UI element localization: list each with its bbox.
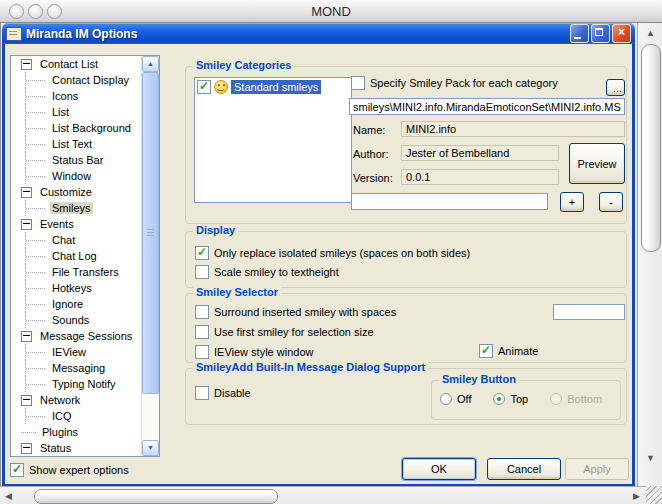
tree-item-hotkeys[interactable]: Hotkeys xyxy=(11,280,142,296)
resize-grip[interactable] xyxy=(646,486,662,504)
minimize-icon[interactable] xyxy=(570,24,589,43)
mac-horizontal-scrollbar[interactable]: ◀ ▶ xyxy=(0,486,646,504)
tree-item-label[interactable]: Sounds xyxy=(50,314,91,326)
add-category-button[interactable]: + xyxy=(560,192,584,212)
tree-scrollbar-thumb[interactable] xyxy=(142,72,159,394)
tree-item-label[interactable]: Typing Notify xyxy=(50,378,118,390)
checkbox-specify-smiley-pack-for-each-category[interactable]: Specify Smiley Pack for each category xyxy=(351,76,558,90)
scroll-up-icon[interactable]: ▲ xyxy=(142,56,159,72)
tree-item-icq[interactable]: ICQ xyxy=(11,408,142,424)
tree-item-list-background[interactable]: List Background xyxy=(11,120,142,136)
tree-item-label[interactable]: Contact List xyxy=(38,58,100,70)
tree-item-label[interactable]: Messaging xyxy=(50,362,107,374)
tree-item-label[interactable]: Smileys xyxy=(50,202,93,214)
scroll-left-icon[interactable]: ◀ xyxy=(5,491,12,501)
checkbox-box[interactable] xyxy=(195,305,209,319)
mac-close-button[interactable] xyxy=(9,4,24,19)
mac-horizontal-thumb[interactable] xyxy=(34,489,278,504)
tree-item-label[interactable]: Contact Display xyxy=(50,74,131,86)
checkbox-ieview-style-window[interactable]: IEView style window xyxy=(195,345,396,359)
remove-category-button[interactable]: - xyxy=(599,192,623,212)
mac-vertical-scrollbar[interactable]: ▲ ▼ xyxy=(637,23,662,486)
tree-item-list-text[interactable]: List Text xyxy=(11,136,142,152)
checkbox-show-expert-options[interactable]: ✓Show expert options xyxy=(10,463,129,477)
checkbox-scale-smiley-to-textheight[interactable]: Scale smiley to textheight xyxy=(195,265,470,279)
scroll-right-icon[interactable]: ▶ xyxy=(633,491,640,501)
dialog-titlebar[interactable]: Miranda IM Options × xyxy=(2,23,635,44)
radio-dot[interactable] xyxy=(493,393,505,405)
tree-item-ieview[interactable]: IEView xyxy=(11,344,142,360)
scroll-up-icon[interactable]: ▲ xyxy=(638,28,662,38)
tree-item-network[interactable]: Network xyxy=(11,392,142,408)
maximize-icon[interactable] xyxy=(591,24,610,43)
checkbox-disable[interactable]: Disable xyxy=(195,386,251,400)
checkbox-box[interactable]: ✓ xyxy=(195,246,209,260)
radio-dot[interactable] xyxy=(550,393,562,405)
tree-item-label[interactable]: Window xyxy=(50,170,93,182)
checkbox-box[interactable] xyxy=(195,265,209,279)
checkbox-box[interactable] xyxy=(195,325,209,339)
radio-top[interactable]: Top xyxy=(493,393,528,405)
tree-item-label[interactable]: List xyxy=(50,106,71,118)
tree-scrollbar[interactable]: ▲ ▼ xyxy=(141,56,159,456)
close-icon[interactable]: × xyxy=(612,24,631,43)
tree-item-label[interactable]: Status xyxy=(38,442,73,454)
tree-item-chat[interactable]: Chat xyxy=(11,232,142,248)
tree-item-label[interactable]: Icons xyxy=(50,90,80,102)
mac-minimize-button[interactable] xyxy=(28,4,43,19)
tree-item-plugins[interactable]: Plugins xyxy=(11,424,142,440)
checkbox-box[interactable]: ✓ xyxy=(479,344,493,358)
collapse-icon[interactable] xyxy=(21,443,32,454)
tree-item-label[interactable]: Chat xyxy=(50,234,77,246)
tree-item-window[interactable]: Window xyxy=(11,168,142,184)
tree-item-sounds[interactable]: Sounds xyxy=(11,312,142,328)
surround-spaces-input[interactable] xyxy=(553,304,625,320)
tree-item-customize[interactable]: Customize xyxy=(11,184,142,200)
collapse-icon[interactable] xyxy=(21,395,32,406)
tree-item-label[interactable]: Hotkeys xyxy=(50,282,94,294)
radio-dot[interactable] xyxy=(440,393,452,405)
tree-item-icons[interactable]: Icons xyxy=(11,88,142,104)
mac-vertical-thumb[interactable] xyxy=(641,44,661,252)
tree-item-label[interactable]: Network xyxy=(38,394,82,406)
tree-item-label[interactable]: Ignore xyxy=(50,298,85,310)
tree-item-messaging[interactable]: Messaging xyxy=(11,360,142,376)
category-item-standard-smileys[interactable]: ✓Standard smileys xyxy=(195,78,351,96)
tree-item-label[interactable]: Chat Log xyxy=(50,250,99,262)
tree-item-label[interactable]: Customize xyxy=(38,186,94,198)
preview-button[interactable]: Preview xyxy=(569,143,625,184)
new-category-input[interactable] xyxy=(351,193,548,210)
collapse-icon[interactable] xyxy=(21,331,32,342)
smiley-pack-path-input[interactable] xyxy=(349,98,625,115)
tree-item-file-transfers[interactable]: File Transfers xyxy=(11,264,142,280)
tree-item-status-bar[interactable]: Status Bar xyxy=(11,152,142,168)
tree-item-events[interactable]: Events xyxy=(11,216,142,232)
checkbox-animate[interactable]: ✓Animate xyxy=(479,344,538,358)
tree-item-label[interactable]: Message Sessions xyxy=(38,330,134,342)
tree-item-smileys[interactable]: Smileys xyxy=(11,200,142,216)
tree-item-label[interactable]: List Background xyxy=(50,122,133,134)
collapse-icon[interactable] xyxy=(21,219,32,230)
checkbox-only-replace-isolated-smileys-spaces-on-both-sides[interactable]: ✓Only replace isolated smileys (spaces o… xyxy=(195,246,470,260)
tree-item-message-sessions[interactable]: Message Sessions xyxy=(11,328,142,344)
collapse-icon[interactable] xyxy=(21,59,32,70)
radio-bottom[interactable]: Bottom xyxy=(550,393,602,405)
scroll-down-icon[interactable]: ▼ xyxy=(638,453,662,463)
tree-item-label[interactable]: List Text xyxy=(50,138,94,150)
mac-zoom-button[interactable] xyxy=(47,4,62,19)
tree-item-label[interactable]: File Transfers xyxy=(50,266,121,278)
tree-item-list[interactable]: List xyxy=(11,104,142,120)
tree-item-typing-notify[interactable]: Typing Notify xyxy=(11,376,142,392)
tree-item-label[interactable]: IEView xyxy=(50,346,88,358)
cancel-button[interactable]: Cancel xyxy=(487,458,561,480)
tree-item-status[interactable]: Status xyxy=(11,440,142,456)
checkbox-use-first-smiley-for-selection-size[interactable]: Use first smiley for selection size xyxy=(195,325,396,339)
tree-item-label[interactable]: ICQ xyxy=(50,410,74,422)
checkbox-box[interactable]: ✓ xyxy=(197,80,211,94)
apply-button[interactable]: Apply xyxy=(565,458,629,480)
collapse-icon[interactable] xyxy=(21,187,32,198)
category-label[interactable]: Standard smileys xyxy=(231,80,321,94)
radio-off[interactable]: Off xyxy=(440,393,471,405)
checkbox-box[interactable]: ✓ xyxy=(10,463,24,477)
checkbox-surround-inserted-smiley-with-spaces[interactable]: Surround inserted smiley with spaces xyxy=(195,305,396,319)
